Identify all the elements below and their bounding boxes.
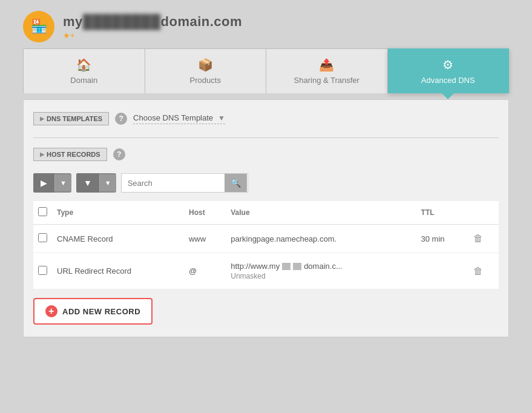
row2-delete-cell: 🗑: [468, 253, 499, 289]
search-wrapper: 🔍: [121, 173, 248, 193]
tab-products[interactable]: 📦 Products: [145, 48, 267, 93]
filter-icon: ▼: [84, 178, 92, 188]
row1-checkbox[interactable]: [38, 233, 47, 242]
row2-url-extra: Unmasked: [231, 272, 411, 280]
filter-button-arrow[interactable]: ▼: [99, 174, 116, 191]
col-actions: [468, 201, 499, 225]
row2-value-text: http://www.my: [231, 262, 280, 271]
tab-products-label: Products: [190, 76, 221, 85]
search-button[interactable]: 🔍: [225, 174, 247, 192]
tab-domain-label: Domain: [70, 76, 97, 85]
domain-blurred: ████████: [83, 14, 161, 30]
row2-ttl: [416, 253, 468, 289]
domain-name: my████████domain.com: [63, 14, 242, 30]
play-icon: ▶: [41, 178, 47, 188]
filter-dropdown-arrow-icon: ▼: [105, 179, 111, 187]
tab-advanced-dns[interactable]: ⚙ Advanced DNS: [388, 48, 510, 93]
dns-templates-label: DNS TEMPLATES: [47, 115, 102, 122]
col-ttl: TTL: [416, 201, 468, 225]
row2-value-cell: http://www.my domain.c... Unmasked: [226, 253, 416, 289]
records-table: Type Host Value TTL CNAME Record www par…: [33, 201, 499, 289]
host-records-help-text: ?: [117, 150, 121, 159]
row1-checkbox-cell: [33, 225, 52, 253]
col-checkbox: [33, 201, 52, 225]
select-all-checkbox[interactable]: [38, 207, 47, 216]
dns-template-arrow: ▼: [218, 114, 225, 122]
domain-info: my████████domain.com ★+: [63, 14, 242, 40]
dns-template-select[interactable]: Choose DNS Template ▼: [133, 113, 225, 124]
table-row: CNAME Record www parkingpage.namecheap.c…: [33, 225, 499, 253]
host-records-badge[interactable]: HOST RECORDS: [33, 148, 107, 161]
row2-value-suffix: domain.c...: [304, 262, 343, 271]
search-input[interactable]: [122, 174, 225, 192]
products-tab-icon: 📦: [198, 58, 213, 72]
add-icon: +: [45, 305, 57, 317]
col-host: Host: [184, 201, 226, 225]
row2-delete-icon[interactable]: 🗑: [473, 266, 483, 276]
row1-host: www: [184, 225, 226, 253]
tab-sharing-transfer[interactable]: 📤 Sharing & Transfer: [266, 48, 388, 93]
add-new-record-button[interactable]: + ADD NEW RECORD: [33, 298, 153, 325]
avatar-icon: 🏪: [31, 19, 47, 35]
tab-sharing-label: Sharing & Transfer: [294, 76, 360, 85]
host-records-help-icon[interactable]: ?: [113, 148, 125, 160]
table-header-row: Type Host Value TTL: [33, 201, 499, 225]
play-dropdown-button[interactable]: ▶ ▼: [33, 173, 71, 193]
row1-type: CNAME Record: [52, 225, 184, 253]
host-records-label: HOST RECORDS: [47, 151, 100, 158]
row2-value-wrapper: http://www.my domain.c...: [231, 262, 411, 271]
tab-nav: 🏠 Domain 📦 Products 📤 Sharing & Transfer…: [23, 48, 509, 93]
dns-template-placeholder: Choose DNS Template: [133, 113, 213, 122]
play-button-arrow[interactable]: ▼: [54, 174, 71, 191]
row1-delete-icon[interactable]: 🗑: [473, 233, 483, 243]
domain-avatar: 🏪: [23, 11, 54, 42]
dns-templates-badge[interactable]: DNS TEMPLATES: [33, 112, 109, 125]
tab-domain[interactable]: 🏠 Domain: [23, 48, 145, 93]
row1-ttl: 30 min: [416, 225, 468, 253]
row2-checkbox[interactable]: [38, 266, 47, 275]
domain-header: 🏪 my████████domain.com ★+: [0, 0, 532, 48]
table-row: URL Redirect Record @ http://www.my doma…: [33, 253, 499, 289]
sharing-tab-icon: 📤: [319, 58, 334, 72]
advanced-dns-tab-icon: ⚙: [442, 58, 453, 72]
host-records-section: HOST RECORDS ?: [33, 148, 499, 161]
row2-blur-icon2: [293, 263, 301, 270]
add-icon-symbol: +: [48, 306, 54, 317]
filter-dropdown-button[interactable]: ▼ ▼: [76, 173, 116, 193]
dns-templates-help-icon[interactable]: ?: [115, 113, 127, 125]
add-record-label: ADD NEW RECORD: [62, 307, 140, 316]
row2-host: @: [184, 253, 226, 289]
play-dropdown-arrow-icon: ▼: [60, 179, 67, 187]
col-type: Type: [52, 201, 184, 225]
filter-button-main[interactable]: ▼: [76, 173, 99, 193]
search-icon: 🔍: [231, 178, 241, 188]
row1-delete-cell: 🗑: [468, 225, 499, 253]
domain-tab-icon: 🏠: [76, 58, 91, 72]
row1-value: parkingpage.namecheap.com.: [226, 225, 416, 253]
row2-type: URL Redirect Record: [52, 253, 184, 289]
play-button-main[interactable]: ▶: [33, 173, 54, 193]
toolbar: ▶ ▼ ▼ ▼ 🔍: [33, 173, 499, 193]
domain-favorite[interactable]: ★+: [63, 31, 242, 40]
row2-checkbox-cell: [33, 253, 52, 289]
page-wrapper: 🏪 my████████domain.com ★+ 🏠 Domain 📦 Pro…: [0, 0, 532, 413]
main-content: DNS TEMPLATES ? Choose DNS Template ▼ HO…: [23, 99, 509, 337]
row2-blur-icon1: [282, 263, 291, 270]
dns-templates-section: DNS TEMPLATES ? Choose DNS Template ▼: [33, 112, 499, 125]
divider-1: [33, 137, 499, 138]
dns-templates-help-text: ?: [119, 114, 123, 123]
col-value: Value: [226, 201, 416, 225]
tab-advanced-dns-label: Advanced DNS: [421, 76, 475, 85]
